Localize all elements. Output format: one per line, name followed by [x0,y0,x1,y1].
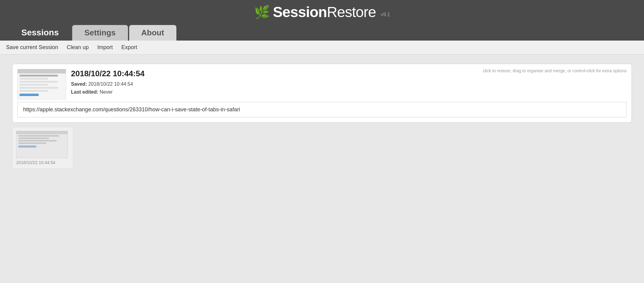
app-header: 🌿 SessionRestore v9.1 Sessions Settings … [0,0,644,41]
url-text: https://apple.stackexchange.com/question… [23,106,240,113]
main-content: click to restore, drag to organise and m… [0,55,644,268]
thumb-line [19,90,48,92]
thumb-line [19,81,58,83]
thumb-line [19,84,48,86]
thumb-line [19,94,39,96]
session-ghost-card[interactable]: 2018/10/22 10:44:54 [12,127,73,169]
url-box: https://apple.stackexchange.com/question… [17,102,627,117]
ghost-blue-bar [18,145,36,148]
ghost-line [18,142,46,144]
app-name: SessionRestore [273,4,376,20]
thumb-line [19,87,58,89]
ghost-nav [16,131,68,134]
app-version: v9.1 [381,12,390,17]
subnav-export[interactable]: Export [117,43,141,52]
thumb-line [19,78,48,80]
ghost-line [18,140,57,142]
tab-sessions[interactable]: Sessions [9,25,71,41]
subnav-cleanup[interactable]: Clean up [62,43,93,52]
tab-bar: Sessions Settings About [0,25,186,41]
logo-area: 🌿 SessionRestore v9.1 [254,4,390,20]
tab-about[interactable]: About [129,25,176,41]
leaf-icon: 🌿 [254,6,270,19]
thumb-line [19,75,58,77]
session-card[interactable]: click to restore, drag to organise and m… [12,64,632,123]
subnav-import[interactable]: Import [93,43,117,52]
ghost-title: 2018/10/22 10:44:54 [16,160,55,165]
tab-settings[interactable]: Settings [72,25,128,41]
second-row: 2018/10/22 10:44:54 [12,126,632,169]
thumb-nav [18,69,66,73]
session-meta: Saved: 2018/10/22 10:44:54 Last edited: … [71,80,627,96]
ghost-line [18,138,49,139]
session-hint: click to restore, drag to organise and m… [483,68,627,73]
ghost-thumbnail [16,131,68,158]
subnav-save[interactable]: Save current Session [6,43,62,52]
sub-nav: Save current Session Clean up Import Exp… [0,41,644,55]
ghost-line [18,135,59,137]
session-thumbnail [17,69,66,99]
session-card-header: 2018/10/22 10:44:54 Saved: 2018/10/22 10… [17,69,627,99]
